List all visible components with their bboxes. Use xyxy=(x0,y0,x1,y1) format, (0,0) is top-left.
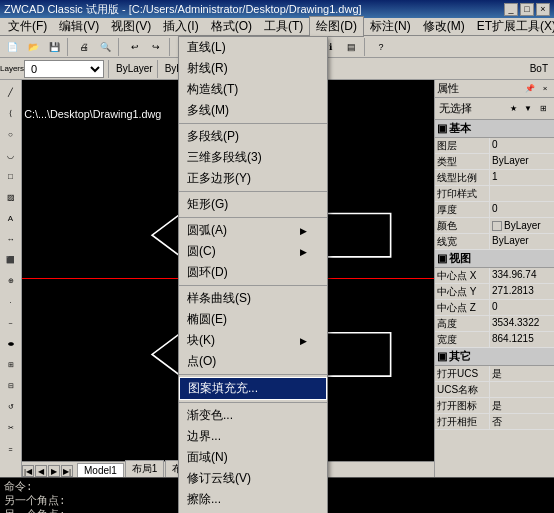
dim-tool[interactable]: ↔ xyxy=(1,229,21,249)
ellipse-tool[interactable]: ⬬ xyxy=(1,334,21,354)
circle-tool[interactable]: ○ xyxy=(1,124,21,144)
line-tool[interactable]: ╱ xyxy=(1,82,21,102)
menu-draw[interactable]: 绘图(D) xyxy=(309,16,364,37)
menu-arc[interactable]: 圆弧(A)▶ xyxy=(179,220,327,241)
copy-tool[interactable]: ⊟ xyxy=(1,376,21,396)
props-scroll[interactable]: ▣ 基本 图层 0 类型 ByLayer 线型比例 1 打印样式 厚度 0 xyxy=(435,120,554,477)
polyline-tool[interactable]: ⟨ xyxy=(1,103,21,123)
tab-model[interactable]: Model1 xyxy=(77,463,124,477)
prop-cy: 中心点 Y 271.2813 xyxy=(435,284,554,300)
spline-tool[interactable]: ~ xyxy=(1,313,21,333)
save-button[interactable]: 💾 xyxy=(44,37,64,57)
layer-select[interactable]: 0 xyxy=(24,60,104,78)
undo-button[interactable]: ↩ xyxy=(125,37,145,57)
layer-manager-btn[interactable]: Layers xyxy=(2,59,22,79)
menu-dim[interactable]: 标注(N) xyxy=(364,17,417,36)
close-button[interactable]: × xyxy=(536,3,550,16)
menu-3dpline[interactable]: 三维多段线(3) xyxy=(179,147,327,168)
sep-6 xyxy=(179,402,327,403)
props-close[interactable]: × xyxy=(538,82,552,96)
print-button[interactable]: 🖨 xyxy=(74,37,94,57)
sep-3 xyxy=(179,217,327,218)
menu-wipeout[interactable]: 擦除... xyxy=(179,489,327,510)
sep2 xyxy=(118,38,122,56)
arc-tool[interactable]: ◡ xyxy=(1,145,21,165)
menu-line[interactable]: 直线(L) xyxy=(179,37,327,58)
tab-last[interactable]: ▶| xyxy=(61,465,73,477)
block-tool[interactable]: ⬛ xyxy=(1,250,21,270)
layers-button[interactable]: ▤ xyxy=(341,37,361,57)
menu-revcloud[interactable]: 修订云线(V) xyxy=(179,468,327,489)
panel-header: 属性 📌 × xyxy=(435,80,554,98)
tab-layout1[interactable]: 布局1 xyxy=(125,460,165,477)
new-button[interactable]: 📄 xyxy=(2,37,22,57)
menu-hatch[interactable]: 图案填充充... xyxy=(179,377,327,400)
rect-tool[interactable]: □ xyxy=(1,166,21,186)
menu-modify[interactable]: 修改(M) xyxy=(417,17,471,36)
tab-next[interactable]: ▶ xyxy=(48,465,60,477)
tab-first[interactable]: |◀ xyxy=(22,465,34,477)
prop-linewidth: 线宽 ByLayer xyxy=(435,234,554,250)
props-pin[interactable]: 📌 xyxy=(523,82,537,96)
menu-pline[interactable]: 多段线(P) xyxy=(179,126,327,147)
props-icon3[interactable]: ⊞ xyxy=(536,102,550,116)
minimize-button[interactable]: _ xyxy=(504,3,518,16)
menu-format[interactable]: 格式(O) xyxy=(205,17,258,36)
tab-nav[interactable]: |◀ ◀ ▶ ▶| xyxy=(22,465,73,477)
expand-icon: ▣ xyxy=(437,122,447,135)
sep7 xyxy=(108,60,112,78)
text-tool[interactable]: A xyxy=(1,208,21,228)
sep6 xyxy=(364,38,368,56)
menu-circle[interactable]: 圆(C)▶ xyxy=(179,241,327,262)
insert-tool[interactable]: ⊕ xyxy=(1,271,21,291)
open-button[interactable]: 📂 xyxy=(23,37,43,57)
redo-button[interactable]: ↪ xyxy=(146,37,166,57)
props-icon1[interactable]: ★ xyxy=(506,102,520,116)
menu-xline[interactable]: 构造线(T) xyxy=(179,79,327,100)
menu-rect[interactable]: 矩形(G) xyxy=(179,194,327,215)
menu-gradient[interactable]: 渐变色... xyxy=(179,405,327,426)
menu-ray[interactable]: 射线(R) xyxy=(179,58,327,79)
help-btn[interactable]: ? xyxy=(371,37,391,57)
tab-prev[interactable]: ◀ xyxy=(35,465,47,477)
bylayer-label1: ByLayer xyxy=(116,63,153,74)
menu-file[interactable]: 文件(F) xyxy=(2,17,53,36)
menu-ellipse[interactable]: 椭圆(E) xyxy=(179,309,327,330)
trim-tool[interactable]: ✂ xyxy=(1,418,21,438)
point-tool[interactable]: · xyxy=(1,292,21,312)
prop-cz: 中心点 Z 0 xyxy=(435,300,554,316)
sep-5 xyxy=(179,374,327,375)
menu-mline[interactable]: 多线(M) xyxy=(179,100,327,121)
menu-view[interactable]: 视图(V) xyxy=(105,17,157,36)
menu-spline[interactable]: 样条曲线(S) xyxy=(179,288,327,309)
move-tool[interactable]: ⊞ xyxy=(1,355,21,375)
expand-view-icon: ▣ xyxy=(437,252,447,265)
offset-tool[interactable]: = xyxy=(1,439,21,459)
maximize-button[interactable]: □ xyxy=(520,3,534,16)
menu-tools[interactable]: 工具(T) xyxy=(258,17,309,36)
prop-layer: 图层 0 xyxy=(435,138,554,154)
menu-insert[interactable]: 插入(I) xyxy=(157,17,204,36)
menu-et[interactable]: ET扩展工具(X) xyxy=(471,17,554,36)
menu-polygon[interactable]: 正多边形(Y) xyxy=(179,168,327,189)
rotate-tool[interactable]: ↺ xyxy=(1,397,21,417)
sep-2 xyxy=(179,191,327,192)
title-buttons[interactable]: _ □ × xyxy=(504,3,550,16)
menu-region[interactable]: 面域(N) xyxy=(179,447,327,468)
preview-button[interactable]: 🔍 xyxy=(95,37,115,57)
section-view: ▣ 视图 xyxy=(435,250,554,268)
menu-block[interactable]: 块(K)▶ xyxy=(179,330,327,351)
menu-boundary[interactable]: 边界... xyxy=(179,426,327,447)
menu-point[interactable]: 点(O) xyxy=(179,351,327,372)
prop-height: 高度 3534.3322 xyxy=(435,316,554,332)
menu-edit[interactable]: 编辑(V) xyxy=(53,17,105,36)
draw-menu[interactable]: 直线(L) 射线(R) 构造线(T) 多线(M) 多段线(P) 三维多段线(3)… xyxy=(178,36,328,513)
expand-other-icon: ▣ xyxy=(437,350,447,363)
props-icon2[interactable]: ▼ xyxy=(521,102,535,116)
prop-printstyle: 打印样式 xyxy=(435,186,554,202)
prop-ucs-name: UCS名称 xyxy=(435,382,554,398)
title-bar: ZWCAD Classic 试用版 - [C:/Users/Administra… xyxy=(0,0,554,18)
menu-donut[interactable]: 圆环(D) xyxy=(179,262,327,283)
hatch-tool[interactable]: ▨ xyxy=(1,187,21,207)
section-basic: ▣ 基本 xyxy=(435,120,554,138)
